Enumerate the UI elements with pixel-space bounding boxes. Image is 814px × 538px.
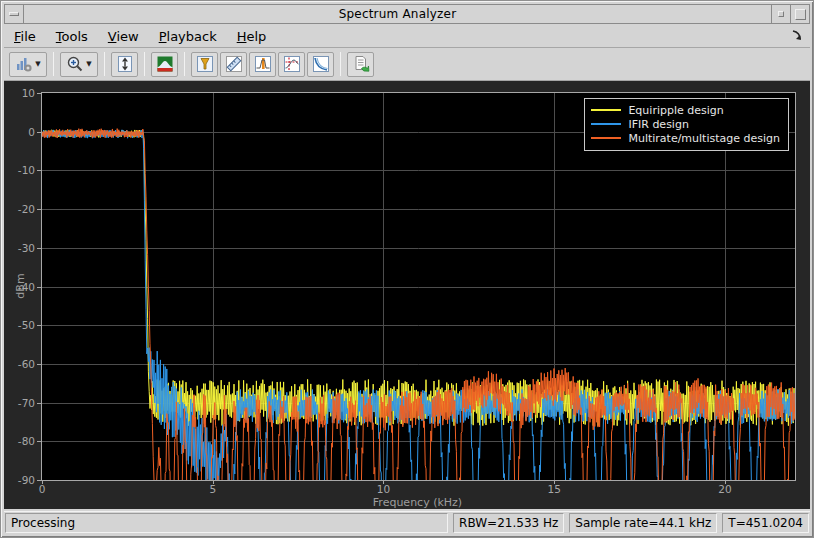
y-tick-label: -50	[9, 319, 35, 331]
distortion-measurements-icon	[196, 55, 214, 73]
autoscale-y-icon	[116, 55, 134, 73]
y-tick-label: 0	[9, 126, 35, 138]
x-tick-label: 0	[39, 483, 46, 495]
zoom-button[interactable]: ▼	[60, 52, 98, 77]
y-tick-mark	[37, 132, 41, 133]
window-menu-button[interactable]	[5, 5, 24, 23]
x-tick-mark	[554, 480, 555, 484]
peak-finder-button[interactable]	[249, 52, 276, 77]
menu-bar: FileToolsViewPlaybackHelp	[4, 26, 810, 48]
x-tick-label: 15	[548, 483, 561, 495]
toolbar-separator	[184, 52, 185, 76]
y-tick-mark	[37, 248, 41, 249]
y-tick-label: 10	[9, 87, 35, 99]
menu-file[interactable]: File	[4, 27, 46, 47]
x-tick-mark	[213, 480, 214, 484]
x-tick-mark	[42, 480, 43, 484]
y-tick-label: -70	[9, 397, 35, 409]
time-indicator: T=451.0204	[722, 513, 809, 533]
y-tick-label: -80	[9, 435, 35, 447]
status-message: Processing	[5, 513, 448, 533]
zoom-in-icon	[66, 55, 84, 73]
legend-line-sample	[591, 137, 621, 139]
y-tick-mark	[37, 364, 41, 365]
y-tick-mark	[37, 93, 41, 94]
ccdf-curve-icon	[312, 55, 330, 73]
rbw-indicator: RBW=21.533 Hz	[453, 513, 564, 533]
peak-finder-icon	[254, 55, 272, 73]
title-bar[interactable]: Spectrum Analyzer	[4, 4, 810, 24]
legend-line-sample	[591, 109, 621, 111]
y-tick-label: -60	[9, 358, 35, 370]
spectrum-view-button[interactable]	[151, 52, 178, 77]
spectrum-settings-button[interactable]: ▼	[9, 52, 47, 77]
toolbar-separator	[340, 52, 341, 76]
maximize-button[interactable]	[790, 5, 809, 23]
y-tick-label: -90	[9, 474, 35, 486]
plot-area[interactable]: Equiripple designIFIR designMultirate/mu…	[41, 92, 796, 481]
legend-label: IFIR design	[628, 118, 688, 131]
x-tick-mark	[383, 480, 384, 484]
toolbar: ▼ ▼	[4, 48, 810, 81]
legend-entry[interactable]: Equiripple design	[591, 103, 780, 117]
export-button[interactable]	[347, 52, 374, 77]
menu-help[interactable]: Help	[227, 27, 277, 47]
minimize-icon	[778, 11, 784, 17]
legend-label: Multirate/multistage design	[628, 132, 780, 145]
legend-line-sample	[591, 123, 621, 125]
status-bar: Processing RBW=21.533 Hz Sample rate=44.…	[4, 511, 810, 534]
export-run-icon	[352, 55, 370, 73]
x-tick-label: 10	[377, 483, 390, 495]
y-tick-label: -20	[9, 203, 35, 215]
y-tick-mark	[37, 209, 41, 210]
y-tick-label: -10	[9, 164, 35, 176]
ccdf-button[interactable]	[307, 52, 334, 77]
distortion-measurements-button[interactable]	[191, 52, 218, 77]
window-title: Spectrum Analyzer	[24, 5, 771, 23]
legend-label: Equiripple design	[628, 104, 723, 117]
dropdown-caret-icon: ▼	[86, 60, 91, 68]
y-tick-mark	[37, 287, 41, 288]
toolbar-separator	[144, 52, 145, 76]
spectrum-analyzer-window: Spectrum Analyzer FileToolsViewPlaybackH…	[0, 0, 814, 538]
dock-arrow-icon[interactable]	[790, 29, 804, 43]
dropdown-caret-icon: ▼	[35, 60, 40, 68]
y-tick-mark	[37, 325, 41, 326]
spectrum-plot-figure: Equiripple designIFIR designMultirate/mu…	[4, 81, 810, 509]
spectrum-canvas[interactable]	[42, 93, 795, 480]
menu-tools[interactable]: Tools	[46, 27, 98, 47]
y-tick-mark	[37, 480, 41, 481]
toolbar-separator	[104, 52, 105, 76]
toolbar-separator	[53, 52, 54, 76]
sample-rate-indicator: Sample rate=44.1 kHz	[569, 513, 717, 533]
x-tick-label: 20	[718, 483, 731, 495]
spectrum-settings-icon	[15, 55, 33, 73]
legend-entry[interactable]: Multirate/multistage design	[591, 131, 780, 145]
x-tick-label: 5	[209, 483, 216, 495]
menu-playback[interactable]: Playback	[149, 27, 227, 47]
minimize-button[interactable]	[771, 5, 790, 23]
measure-ruler-button[interactable]	[220, 52, 247, 77]
y-tick-mark	[37, 170, 41, 171]
ruler-measure-icon	[225, 55, 243, 73]
y-tick-label: -40	[9, 281, 35, 293]
menu-view[interactable]: View	[98, 27, 149, 47]
spectrum-view-icon	[156, 55, 174, 73]
cursor-measurements-icon	[283, 55, 301, 73]
window-menu-icon	[9, 12, 19, 16]
x-axis-label: Frequency (kHz)	[373, 496, 462, 509]
autoscale-y-button[interactable]	[111, 52, 138, 77]
x-tick-mark	[725, 480, 726, 484]
legend[interactable]: Equiripple designIFIR designMultirate/mu…	[584, 98, 789, 151]
legend-entry[interactable]: IFIR design	[591, 117, 780, 131]
y-tick-mark	[37, 403, 41, 404]
y-tick-label: -30	[9, 242, 35, 254]
maximize-icon	[795, 9, 806, 20]
y-tick-mark	[37, 441, 41, 442]
cursor-measurements-button[interactable]	[278, 52, 305, 77]
